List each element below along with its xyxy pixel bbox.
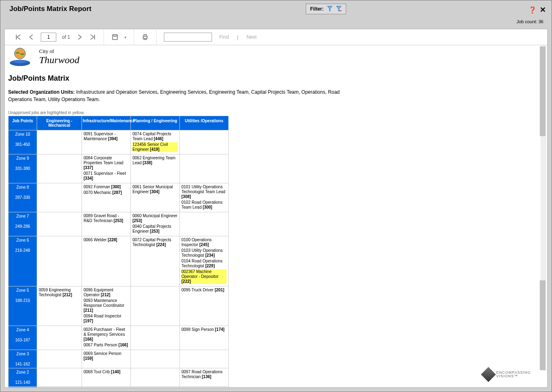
job-entry: 0066 Welder [228]: [84, 238, 129, 242]
zone-header: Zone 2121-140: [9, 368, 37, 387]
matrix-cell: [37, 236, 82, 286]
job-entry: 0102 Road Operations Team Lead [300]: [181, 200, 227, 210]
matrix-cell: [37, 212, 82, 236]
next-page-icon[interactable]: [76, 33, 83, 41]
scrollbar[interactable]: [541, 46, 546, 371]
filter-label: Filter:: [310, 6, 324, 12]
matrix-cell: [180, 130, 229, 154]
job-entry: 0095 Truck Driver [201]: [181, 288, 227, 293]
find-button[interactable]: Find: [219, 34, 229, 40]
job-entry: 002367 Machine Operator - Depositor [222…: [181, 269, 227, 284]
app-window: Job/Points Matrix Report Filter: ❓ ✕ Job…: [0, 0, 552, 392]
org-units-label: Selected Organization Units:: [8, 89, 75, 95]
matrix-cell: [180, 387, 229, 388]
job-entry: 0069 Service Person [159]: [84, 351, 129, 361]
zone-header: Zone 9331-380: [9, 154, 37, 183]
matrix-cell: [131, 387, 180, 388]
matrix-cell: 0092 Foreman [300]0070 Mechanic [287]: [82, 183, 131, 212]
table-row: Zone 5188-2150059 Engineering Technologi…: [9, 286, 229, 326]
vendor-mark-icon: [481, 367, 496, 382]
logo-icon: [8, 46, 32, 67]
job-entry: 0097 Road Operations Technician [136]: [181, 370, 227, 379]
page-number-input[interactable]: [41, 33, 56, 42]
table-row: Zone 9331-3800084 Corporate Properties T…: [9, 154, 229, 183]
save-icon[interactable]: [111, 33, 119, 41]
column-header: Infrastructure/Maintenance: [82, 116, 131, 130]
matrix-cell: 0096 Equipment Operator [212]0093 Mainte…: [82, 286, 131, 326]
job-entry: 0094 Road Inspector [197]: [84, 314, 129, 324]
job-entry: 0061 Senior Municipal Engineer [304]: [132, 185, 178, 194]
matrix-cell: 0074 Capital Projects Team Lead [446]123…: [131, 130, 180, 154]
matrix-cell: [131, 368, 180, 387]
job-entry: 0101 Utility Operations Technologist Tea…: [181, 185, 227, 199]
job-entry: 0092 Foreman [300]: [84, 185, 129, 189]
job-entry: 0074 Capital Projects Team Lead [446]: [132, 132, 178, 141]
matrix-cell: [37, 326, 82, 350]
matrix-cell: [131, 326, 180, 350]
job-entry: 0100 Operations Inspector [245]: [181, 238, 227, 247]
city-of-label: City of: [39, 48, 79, 55]
zone-header: Zone 4163-187: [9, 326, 37, 350]
zone-header: Zone 11-120: [9, 387, 37, 388]
report-title: Job/Points Matrix: [8, 74, 544, 83]
job-entry: 0084 Corporate Properties Team Lead [337…: [84, 156, 129, 170]
vendor-logo: ENCOMPASSING VISIONS™: [483, 369, 531, 380]
last-page-icon[interactable]: [89, 33, 96, 41]
prev-page-icon[interactable]: [28, 33, 35, 41]
matrix-table: Job PointsEngineering - MechanicalInfras…: [8, 116, 229, 387]
matrix-cell: 0100 Operations Inspector [245]0103 Util…: [180, 236, 229, 286]
scroll-thumb[interactable]: [540, 280, 545, 370]
matrix-cell: 0097 Road Operations Technician [136]: [180, 368, 229, 387]
find-next-button[interactable]: Next: [247, 34, 257, 40]
job-entry: 0070 Mechanic [287]: [84, 190, 129, 195]
matrix-cell: 0101 Utility Operations Technologist Tea…: [180, 183, 229, 212]
zone-header: Zone 5188-215: [9, 286, 37, 326]
separator: |: [237, 34, 238, 40]
logo-row: City of Thurwood: [8, 46, 544, 67]
find-input[interactable]: [164, 33, 212, 42]
page-of-label: of 1: [62, 34, 70, 40]
matrix-cell: 0062 Engineering Team Lead [338]: [131, 154, 180, 183]
table-row: Zone 6216-2480066 Welder [228]0072 Capit…: [9, 236, 229, 286]
report-viewer: of 1 ▾ Find | Next: [4, 29, 548, 388]
filter-clear-icon[interactable]: [336, 6, 342, 12]
table-row: Zone 4163-1870026 Purchaser - Fleet & Em…: [9, 326, 229, 350]
job-entry: 0104 Road Operations Technologist [229]: [181, 259, 227, 269]
column-header: Job Points: [9, 116, 37, 130]
matrix-cell: 0061 Senior Municipal Engineer [304]: [131, 183, 180, 212]
svg-rect-1: [113, 35, 117, 40]
close-icon[interactable]: ✕: [540, 5, 546, 14]
matrix-cell: [180, 350, 229, 368]
matrix-cell: 0095 Truck Driver [201]: [180, 286, 229, 326]
city-name: Thurwood: [39, 55, 79, 66]
job-entry: 0096 Equipment Operator [212]: [84, 288, 129, 297]
job-entry: 0103 Utility Operations Technologist [23…: [181, 248, 227, 258]
filter-icon[interactable]: [327, 6, 333, 12]
help-icon[interactable]: ❓: [528, 6, 537, 14]
job-entry: 0060 Municipal Engineer [253]: [132, 214, 178, 223]
matrix-cell: 0098 Sign Person [174]: [180, 326, 229, 350]
column-header: Planning / Engineering: [131, 116, 180, 130]
matrix-cell: 0069 Service Person [159]: [82, 350, 131, 368]
job-entry: 0059 Engineering Technologist [212]: [39, 288, 80, 297]
job-entry: 0093 Maintenance Response Coordinator [2…: [84, 298, 129, 313]
matrix-cell: 0091 Supervisor - Maintenance [394]: [82, 130, 131, 154]
job-entry: 0098 Sign Person [174]: [181, 327, 227, 332]
matrix-cell: [180, 212, 229, 236]
scroll-thumb[interactable]: [540, 46, 545, 136]
unapproved-note: Unapproved jobs are highlighted in yello…: [8, 110, 544, 115]
first-page-icon[interactable]: [15, 33, 22, 41]
matrix-cell: [37, 154, 82, 183]
matrix-cell: 0066 Welder [228]: [82, 236, 131, 286]
table-row: Zone 8287-3300092 Foreman [300]0070 Mech…: [9, 183, 229, 212]
zone-header: Zone 6216-248: [9, 236, 37, 286]
matrix-cell: 0072 Capital Projects Technologist [224]: [131, 236, 180, 286]
job-entry: 0062 Engineering Team Lead [338]: [132, 156, 178, 165]
print-icon[interactable]: [141, 33, 149, 41]
page-title: Job/Points Matrix Report: [9, 5, 91, 13]
matrix-cell: 0068 Tool Crib [140]: [82, 368, 131, 387]
matrix-cell: [37, 387, 82, 388]
matrix-cell: [131, 286, 180, 326]
job-entry: 0026 Purchaser - Fleet & Emergency Servi…: [84, 327, 129, 342]
chevron-down-icon[interactable]: ▾: [124, 35, 126, 40]
